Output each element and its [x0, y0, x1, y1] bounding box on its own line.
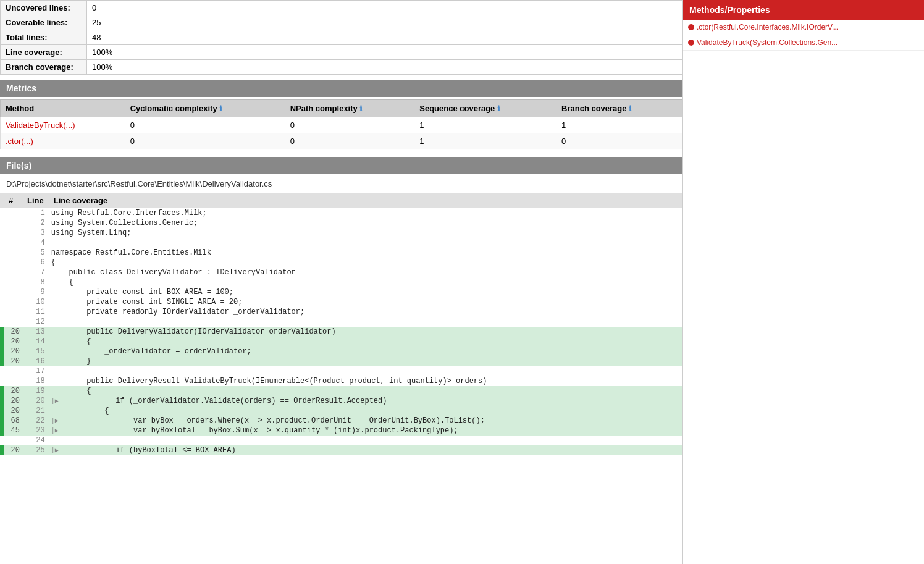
metrics-branch: 0 — [556, 133, 682, 149]
col-method: Method — [1, 100, 125, 117]
table-row: 24 — [0, 436, 682, 445]
hit-count: 20 — [4, 445, 22, 455]
code-line — [49, 436, 682, 445]
metrics-branch: 1 — [556, 117, 682, 133]
line-number: 18 — [22, 376, 49, 386]
branch-info-icon[interactable]: ℹ — [629, 104, 632, 113]
hit-count — [4, 366, 22, 376]
code-line: namespace Restful.Core.Entities.Milk — [49, 248, 682, 258]
hit-count: 68 — [4, 416, 22, 426]
status-dot — [688, 24, 694, 30]
code-line: _orderValidator = orderValidator; — [49, 347, 682, 356]
code-line: |▶ if (byBoxTotal <= BOX_AREA) — [49, 445, 682, 455]
hit-count — [4, 248, 22, 258]
line-number: 2 — [22, 218, 49, 228]
table-row: 2025|▶ if (byBoxTotal <= BOX_AREA) — [0, 445, 682, 455]
hit-count: 45 — [4, 426, 22, 436]
code-line: private readonly IOrderValidator _orderV… — [49, 307, 682, 317]
col-cyclomatic: Cyclomatic complexity ℹ — [125, 100, 285, 117]
sidebar-link[interactable]: .ctor(Restful.Core.Interfaces.Milk.IOrde… — [697, 23, 838, 32]
line-number: 8 — [22, 277, 49, 287]
table-row: 1using Restful.Core.Interfaces.Milk; — [0, 208, 682, 219]
branch-icon: |▶ — [51, 418, 62, 424]
list-item[interactable]: .ctor(Restful.Core.Interfaces.Milk.IOrde… — [683, 20, 924, 35]
code-line: |▶ var byBox = orders.Where(x => x.produ… — [49, 416, 682, 426]
hit-count — [4, 258, 22, 267]
line-number: 1 — [22, 208, 49, 219]
line-number: 3 — [22, 228, 49, 238]
metrics-row: ValidateByTruck(...) 0 0 1 1 — [1, 117, 682, 133]
line-number: 22 — [22, 416, 49, 426]
summary-label: Line coverage: — [1, 45, 87, 60]
table-row: 6822|▶ var byBox = orders.Where(x => x.p… — [0, 416, 682, 426]
hit-count: 20 — [4, 396, 22, 406]
table-row: 4 — [0, 238, 682, 248]
metrics-label: Metrics — [6, 83, 36, 93]
code-line: private const int SINGLE_AREA = 20; — [49, 297, 682, 307]
npath-info-icon[interactable]: ℹ — [359, 104, 363, 113]
code-line: { — [49, 258, 682, 267]
line-number: 9 — [22, 287, 49, 297]
hit-count — [4, 376, 22, 386]
hit-count — [4, 238, 22, 248]
metrics-npath: 0 — [285, 117, 414, 133]
table-row: 10 private const int SINGLE_AREA = 20; — [0, 297, 682, 307]
status-dot — [688, 40, 694, 46]
hit-count: 20 — [4, 406, 22, 416]
table-row: 18 public DeliveryResult ValidateByTruck… — [0, 376, 682, 386]
code-line — [49, 317, 682, 327]
summary-value: 0 — [87, 1, 682, 15]
table-row: 8 { — [0, 277, 682, 287]
summary-row: Branch coverage:100% — [1, 60, 682, 75]
table-row: 3using System.Linq; — [0, 228, 682, 238]
code-line: public class DeliveryValidator : IDelive… — [49, 267, 682, 277]
cyclomatic-info-icon[interactable]: ℹ — [219, 104, 222, 113]
metrics-method[interactable]: ValidateByTruck(...) — [1, 117, 125, 133]
line-number: 4 — [22, 238, 49, 248]
table-row: 12 — [0, 317, 682, 327]
col-npath: NPath complexity ℹ — [285, 100, 414, 117]
code-line: using System.Collections.Generic; — [49, 218, 682, 228]
line-number: 19 — [22, 386, 49, 396]
list-item[interactable]: ValidateByTruck(System.Collections.Gen..… — [683, 35, 924, 51]
line-number: 12 — [22, 317, 49, 327]
line-number: 7 — [22, 267, 49, 277]
summary-label: Coverable lines: — [1, 15, 87, 30]
sequence-info-icon[interactable]: ℹ — [497, 104, 500, 113]
line-number: 13 — [22, 327, 49, 337]
summary-value: 48 — [87, 30, 682, 45]
hit-count: 20 — [4, 356, 22, 366]
metrics-method[interactable]: .ctor(...) — [1, 133, 125, 149]
code-line: { — [49, 337, 682, 347]
metrics-cyclomatic: 0 — [125, 133, 285, 149]
code-line: } — [49, 356, 682, 366]
table-row: 5namespace Restful.Core.Entities.Milk — [0, 248, 682, 258]
col-sequence: Sequence coverage ℹ — [414, 100, 556, 117]
code-line: using System.Linq; — [49, 228, 682, 238]
hit-count — [4, 287, 22, 297]
code-line: { — [49, 386, 682, 396]
table-row: 6{ — [0, 258, 682, 267]
line-number: 14 — [22, 337, 49, 347]
sidebar-link[interactable]: ValidateByTruck(System.Collections.Gen..… — [697, 38, 838, 47]
summary-row: Total lines:48 — [1, 30, 682, 45]
summary-label: Uncovered lines: — [1, 1, 87, 15]
code-line: { — [49, 277, 682, 287]
hit-count — [4, 297, 22, 307]
hit-count — [4, 228, 22, 238]
sidebar-header: Methods/Properties — [683, 0, 924, 20]
metrics-table: Method Cyclomatic complexity ℹ NPath com… — [0, 99, 682, 149]
line-number: 6 — [22, 258, 49, 267]
branch-icon: |▶ — [51, 398, 62, 405]
table-row: 7 public class DeliveryValidator : IDeli… — [0, 267, 682, 277]
summary-row: Line coverage:100% — [1, 45, 682, 60]
hit-count — [4, 307, 22, 317]
summary-value: 100% — [87, 45, 682, 60]
line-number: 10 — [22, 297, 49, 307]
col-branch: Branch coverage ℹ — [556, 100, 682, 117]
branch-icon: |▶ — [51, 447, 62, 454]
col-line-header: Line — [22, 193, 49, 208]
summary-label: Branch coverage: — [1, 60, 87, 75]
line-number: 5 — [22, 248, 49, 258]
line-number: 23 — [22, 426, 49, 436]
